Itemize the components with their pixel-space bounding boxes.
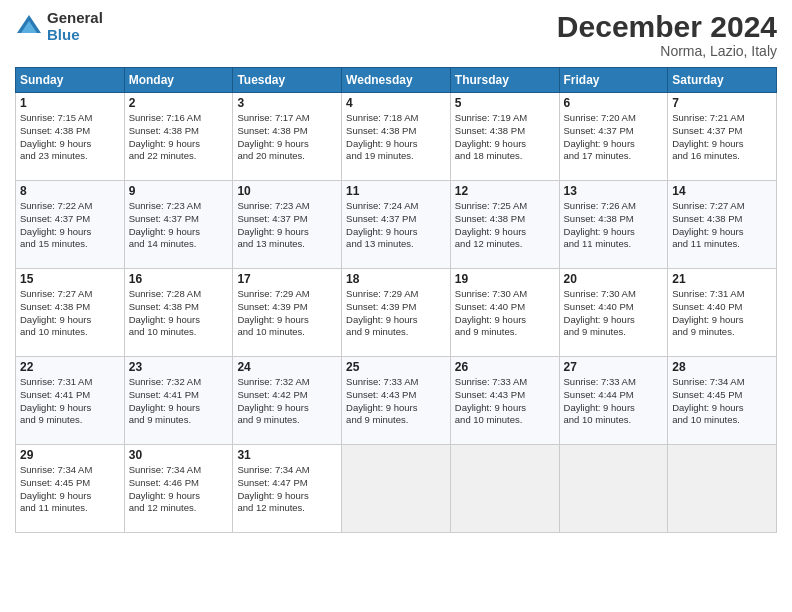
table-row: 12Sunrise: 7:25 AM Sunset: 4:38 PM Dayli… — [450, 181, 559, 269]
day-info: Sunrise: 7:23 AM Sunset: 4:37 PM Dayligh… — [129, 200, 201, 249]
day-number: 6 — [564, 96, 664, 110]
day-number: 31 — [237, 448, 337, 462]
calendar-row: 22Sunrise: 7:31 AM Sunset: 4:41 PM Dayli… — [16, 357, 777, 445]
table-row: 10Sunrise: 7:23 AM Sunset: 4:37 PM Dayli… — [233, 181, 342, 269]
day-number: 8 — [20, 184, 120, 198]
day-info: Sunrise: 7:25 AM Sunset: 4:38 PM Dayligh… — [455, 200, 527, 249]
logo-text: General Blue — [47, 10, 103, 43]
day-info: Sunrise: 7:28 AM Sunset: 4:38 PM Dayligh… — [129, 288, 201, 337]
calendar-header-row: Sunday Monday Tuesday Wednesday Thursday… — [16, 68, 777, 93]
table-row: 29Sunrise: 7:34 AM Sunset: 4:45 PM Dayli… — [16, 445, 125, 533]
table-row: 11Sunrise: 7:24 AM Sunset: 4:37 PM Dayli… — [342, 181, 451, 269]
day-info: Sunrise: 7:31 AM Sunset: 4:40 PM Dayligh… — [672, 288, 744, 337]
day-number: 15 — [20, 272, 120, 286]
day-info: Sunrise: 7:24 AM Sunset: 4:37 PM Dayligh… — [346, 200, 418, 249]
table-row: 17Sunrise: 7:29 AM Sunset: 4:39 PM Dayli… — [233, 269, 342, 357]
day-number: 14 — [672, 184, 772, 198]
day-info: Sunrise: 7:18 AM Sunset: 4:38 PM Dayligh… — [346, 112, 418, 161]
day-number: 17 — [237, 272, 337, 286]
day-info: Sunrise: 7:21 AM Sunset: 4:37 PM Dayligh… — [672, 112, 744, 161]
day-number: 13 — [564, 184, 664, 198]
page: General Blue December 2024 Norma, Lazio,… — [0, 0, 792, 612]
day-number: 4 — [346, 96, 446, 110]
day-number: 3 — [237, 96, 337, 110]
table-row: 15Sunrise: 7:27 AM Sunset: 4:38 PM Dayli… — [16, 269, 125, 357]
table-row — [450, 445, 559, 533]
table-row: 13Sunrise: 7:26 AM Sunset: 4:38 PM Dayli… — [559, 181, 668, 269]
table-row: 1Sunrise: 7:15 AM Sunset: 4:38 PM Daylig… — [16, 93, 125, 181]
table-row: 2Sunrise: 7:16 AM Sunset: 4:38 PM Daylig… — [124, 93, 233, 181]
day-number: 24 — [237, 360, 337, 374]
table-row: 6Sunrise: 7:20 AM Sunset: 4:37 PM Daylig… — [559, 93, 668, 181]
table-row: 18Sunrise: 7:29 AM Sunset: 4:39 PM Dayli… — [342, 269, 451, 357]
day-number: 18 — [346, 272, 446, 286]
table-row — [559, 445, 668, 533]
day-info: Sunrise: 7:20 AM Sunset: 4:37 PM Dayligh… — [564, 112, 636, 161]
table-row: 16Sunrise: 7:28 AM Sunset: 4:38 PM Dayli… — [124, 269, 233, 357]
table-row: 26Sunrise: 7:33 AM Sunset: 4:43 PM Dayli… — [450, 357, 559, 445]
day-number: 16 — [129, 272, 229, 286]
col-tuesday: Tuesday — [233, 68, 342, 93]
day-number: 5 — [455, 96, 555, 110]
calendar-row: 15Sunrise: 7:27 AM Sunset: 4:38 PM Dayli… — [16, 269, 777, 357]
table-row: 28Sunrise: 7:34 AM Sunset: 4:45 PM Dayli… — [668, 357, 777, 445]
day-number: 10 — [237, 184, 337, 198]
day-number: 7 — [672, 96, 772, 110]
logo-icon — [15, 13, 43, 41]
table-row: 4Sunrise: 7:18 AM Sunset: 4:38 PM Daylig… — [342, 93, 451, 181]
table-row: 31Sunrise: 7:34 AM Sunset: 4:47 PM Dayli… — [233, 445, 342, 533]
day-number: 9 — [129, 184, 229, 198]
day-info: Sunrise: 7:32 AM Sunset: 4:41 PM Dayligh… — [129, 376, 201, 425]
table-row — [342, 445, 451, 533]
day-info: Sunrise: 7:33 AM Sunset: 4:44 PM Dayligh… — [564, 376, 636, 425]
day-info: Sunrise: 7:33 AM Sunset: 4:43 PM Dayligh… — [346, 376, 418, 425]
day-number: 20 — [564, 272, 664, 286]
day-number: 2 — [129, 96, 229, 110]
day-info: Sunrise: 7:27 AM Sunset: 4:38 PM Dayligh… — [20, 288, 92, 337]
day-info: Sunrise: 7:30 AM Sunset: 4:40 PM Dayligh… — [455, 288, 527, 337]
day-info: Sunrise: 7:34 AM Sunset: 4:47 PM Dayligh… — [237, 464, 309, 513]
day-info: Sunrise: 7:19 AM Sunset: 4:38 PM Dayligh… — [455, 112, 527, 161]
day-info: Sunrise: 7:34 AM Sunset: 4:46 PM Dayligh… — [129, 464, 201, 513]
table-row: 19Sunrise: 7:30 AM Sunset: 4:40 PM Dayli… — [450, 269, 559, 357]
day-number: 23 — [129, 360, 229, 374]
day-info: Sunrise: 7:22 AM Sunset: 4:37 PM Dayligh… — [20, 200, 92, 249]
day-number: 11 — [346, 184, 446, 198]
day-info: Sunrise: 7:26 AM Sunset: 4:38 PM Dayligh… — [564, 200, 636, 249]
logo: General Blue — [15, 10, 103, 43]
day-number: 29 — [20, 448, 120, 462]
table-row: 24Sunrise: 7:32 AM Sunset: 4:42 PM Dayli… — [233, 357, 342, 445]
day-number: 25 — [346, 360, 446, 374]
day-number: 28 — [672, 360, 772, 374]
table-row: 30Sunrise: 7:34 AM Sunset: 4:46 PM Dayli… — [124, 445, 233, 533]
col-friday: Friday — [559, 68, 668, 93]
day-info: Sunrise: 7:33 AM Sunset: 4:43 PM Dayligh… — [455, 376, 527, 425]
table-row: 25Sunrise: 7:33 AM Sunset: 4:43 PM Dayli… — [342, 357, 451, 445]
day-number: 26 — [455, 360, 555, 374]
location-title: Norma, Lazio, Italy — [557, 43, 777, 59]
col-wednesday: Wednesday — [342, 68, 451, 93]
calendar: Sunday Monday Tuesday Wednesday Thursday… — [15, 67, 777, 533]
day-info: Sunrise: 7:23 AM Sunset: 4:37 PM Dayligh… — [237, 200, 309, 249]
day-number: 19 — [455, 272, 555, 286]
day-number: 30 — [129, 448, 229, 462]
table-row: 27Sunrise: 7:33 AM Sunset: 4:44 PM Dayli… — [559, 357, 668, 445]
header: General Blue December 2024 Norma, Lazio,… — [15, 10, 777, 59]
month-title: December 2024 — [557, 10, 777, 43]
day-number: 22 — [20, 360, 120, 374]
calendar-row: 1Sunrise: 7:15 AM Sunset: 4:38 PM Daylig… — [16, 93, 777, 181]
table-row: 23Sunrise: 7:32 AM Sunset: 4:41 PM Dayli… — [124, 357, 233, 445]
table-row: 5Sunrise: 7:19 AM Sunset: 4:38 PM Daylig… — [450, 93, 559, 181]
table-row — [668, 445, 777, 533]
day-info: Sunrise: 7:16 AM Sunset: 4:38 PM Dayligh… — [129, 112, 201, 161]
day-info: Sunrise: 7:30 AM Sunset: 4:40 PM Dayligh… — [564, 288, 636, 337]
day-info: Sunrise: 7:32 AM Sunset: 4:42 PM Dayligh… — [237, 376, 309, 425]
calendar-row: 29Sunrise: 7:34 AM Sunset: 4:45 PM Dayli… — [16, 445, 777, 533]
day-info: Sunrise: 7:34 AM Sunset: 4:45 PM Dayligh… — [672, 376, 744, 425]
day-info: Sunrise: 7:15 AM Sunset: 4:38 PM Dayligh… — [20, 112, 92, 161]
day-info: Sunrise: 7:34 AM Sunset: 4:45 PM Dayligh… — [20, 464, 92, 513]
table-row: 14Sunrise: 7:27 AM Sunset: 4:38 PM Dayli… — [668, 181, 777, 269]
table-row: 7Sunrise: 7:21 AM Sunset: 4:37 PM Daylig… — [668, 93, 777, 181]
day-info: Sunrise: 7:31 AM Sunset: 4:41 PM Dayligh… — [20, 376, 92, 425]
day-number: 21 — [672, 272, 772, 286]
